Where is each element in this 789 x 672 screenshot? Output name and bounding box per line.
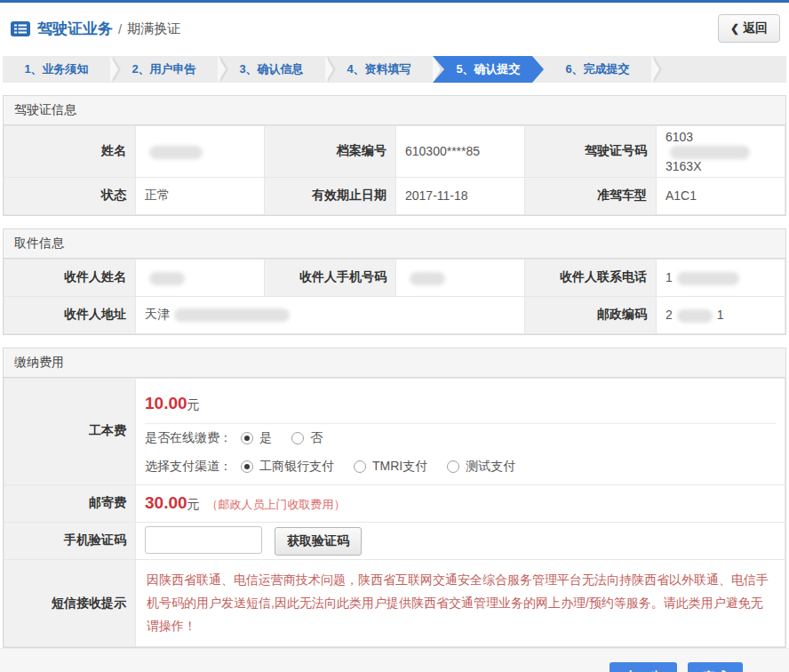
page-footer: 上一步 完成	[0, 648, 789, 672]
channel-test-label: 测试支付	[466, 459, 515, 475]
step-3-confirm-info[interactable]: 3、确认信息	[218, 56, 325, 83]
status-value: 正常	[136, 177, 265, 214]
pay-channel-question: 选择支付渠道：	[145, 459, 232, 475]
postage-cell: 30.00元 （邮政人员上门收取费用）	[136, 484, 785, 522]
payment-table: 工本费 10.00元 是否在线缴费： 是 否 选	[4, 378, 785, 648]
previous-step-button[interactable]: 上一步	[610, 662, 677, 672]
online-pay-no-option[interactable]: 否	[291, 430, 323, 446]
expiry-value: 2017-11-18	[396, 177, 525, 214]
step-4-fill-data[interactable]: 4、资料填写	[325, 56, 433, 83]
online-pay-question: 是否在线缴费：	[145, 430, 232, 446]
channel-tmri-option[interactable]: TMRI支付	[354, 459, 427, 475]
step-5-confirm-submit-active[interactable]: 5、确认提交	[433, 56, 544, 83]
name-value	[136, 126, 265, 178]
step-bar-filler	[651, 56, 786, 83]
recipient-tel-label: 收件人联系电话	[525, 259, 657, 296]
captcha-input[interactable]	[145, 526, 262, 554]
vehicle-class-value: A1C1	[657, 177, 785, 214]
redacted-mobile	[410, 272, 445, 285]
online-pay-no-label: 否	[310, 430, 323, 446]
license-list-icon	[11, 21, 30, 36]
radio-unchecked-icon[interactable]	[354, 460, 366, 473]
captcha-cell: 获取验证码	[136, 522, 785, 559]
radio-checked-icon[interactable]	[241, 432, 253, 444]
captcha-label: 手机验证码	[4, 522, 136, 559]
license-section-title: 驾驶证信息	[4, 96, 785, 125]
name-label: 姓名	[4, 126, 136, 178]
fee-amount: 10.00	[145, 394, 187, 412]
sms-notice-label: 短信接收提示	[4, 559, 136, 647]
recipient-address-label: 收件人地址	[4, 296, 136, 333]
recipient-mobile-value	[396, 259, 525, 296]
redacted-address	[174, 308, 290, 322]
postage-note: （邮政人员上门收取费用）	[206, 498, 345, 511]
postage-unit: 元	[187, 497, 200, 511]
license-no-value: 61033163X	[657, 126, 785, 178]
finish-button[interactable]: 完成	[688, 662, 743, 672]
table-row: 状态 正常 有效期止日期 2017-11-18 准驾车型 A1C1	[4, 177, 785, 214]
file-no-value: 610300****85	[396, 126, 525, 178]
pickup-section-title: 取件信息	[4, 229, 785, 259]
channel-icbc-option[interactable]: 工商银行支付	[241, 459, 334, 475]
redacted-license-no	[670, 146, 750, 159]
postcode-label: 邮政编码	[525, 296, 657, 333]
channel-icbc-label: 工商银行支付	[259, 459, 334, 475]
step-progress-bar: 1、业务须知 2、用户申告 3、确认信息 4、资料填写 5、确认提交 6、完成提…	[3, 56, 786, 83]
step-1-business-notice[interactable]: 1、业务须知	[3, 56, 110, 83]
back-button-label: 返回	[743, 20, 768, 36]
payment-section: 缴纳费用 工本费 10.00元 是否在线缴费： 是 否	[3, 348, 786, 649]
pickup-info-table: 收件人姓名 收件人手机号码 收件人联系电话 1 收件人地址 天津 邮政编码 21	[4, 259, 785, 334]
table-row: 短信接收提示 因陕西省联通、电信运营商技术问题，陕西省互联网交通安全综合服务管理…	[4, 559, 785, 647]
table-row: 邮寄费 30.00元 （邮政人员上门收取费用）	[4, 484, 785, 522]
radio-checked-icon[interactable]	[241, 460, 253, 473]
chevron-left-icon: ❮	[730, 22, 739, 35]
postcode-value: 21	[657, 296, 785, 333]
page-title: 驾驶证业务	[37, 19, 113, 39]
pickup-info-section: 取件信息 收件人姓名 收件人手机号码 收件人联系电话 1 收件人地址 天津 邮政…	[3, 228, 786, 335]
license-no-label: 驾驶证号码	[525, 126, 657, 178]
recipient-mobile-label: 收件人手机号码	[265, 259, 396, 296]
online-pay-yes-label: 是	[259, 430, 272, 446]
recipient-tel-value: 1	[657, 259, 785, 296]
file-no-label: 档案编号	[265, 126, 396, 178]
table-row: 工本费 10.00元 是否在线缴费： 是 否 选	[4, 378, 785, 484]
step-2-user-declaration[interactable]: 2、用户申告	[110, 56, 218, 83]
recipient-address-value: 天津	[136, 296, 525, 333]
fee-label: 工本费	[4, 378, 136, 484]
online-pay-question-row: 是否在线缴费： 是 否	[145, 424, 776, 452]
get-captcha-button[interactable]: 获取验证码	[275, 527, 362, 556]
license-info-section: 驾驶证信息 姓名 档案编号 610300****85 驾驶证号码 6103316…	[3, 95, 786, 216]
expiry-label: 有效期止日期	[265, 177, 396, 214]
channel-tmri-label: TMRI支付	[372, 459, 427, 475]
fee-unit: 元	[187, 397, 200, 412]
online-pay-yes-option[interactable]: 是	[241, 430, 272, 446]
payment-section-title: 缴纳费用	[4, 348, 785, 378]
redacted-tel	[677, 272, 739, 285]
breadcrumb-divider: /	[118, 21, 122, 36]
postage-label: 邮寄费	[4, 484, 136, 522]
recipient-name-label: 收件人姓名	[4, 259, 136, 296]
table-row: 手机验证码 获取验证码	[4, 522, 785, 559]
vehicle-class-label: 准驾车型	[525, 177, 657, 214]
fee-amount-line: 10.00元	[145, 382, 776, 424]
redacted-postcode	[677, 309, 713, 323]
radio-unchecked-icon[interactable]	[447, 460, 459, 473]
postage-amount: 30.00	[145, 493, 187, 512]
status-label: 状态	[4, 177, 136, 214]
license-info-table: 姓名 档案编号 610300****85 驾驶证号码 61033163X 状态 …	[4, 125, 785, 215]
fee-cell: 10.00元 是否在线缴费： 是 否 选择支付渠道：	[136, 378, 785, 484]
recipient-name-value	[136, 259, 265, 296]
table-row: 收件人地址 天津 邮政编码 21	[4, 296, 785, 333]
sms-notice-cell: 因陕西省联通、电信运营商技术问题，陕西省互联网交通安全综合服务管理平台无法向持陕…	[136, 559, 785, 647]
back-button[interactable]: ❮ 返回	[718, 14, 780, 43]
pay-channel-row: 选择支付渠道： 工商银行支付 TMRI支付 测试支付	[145, 452, 776, 481]
breadcrumb-current: 期满换证	[127, 20, 180, 37]
radio-unchecked-icon[interactable]	[291, 432, 304, 444]
step-6-complete-submit[interactable]: 6、完成提交	[544, 56, 651, 83]
redacted-recipient-name	[149, 272, 185, 285]
channel-test-option[interactable]: 测试支付	[447, 459, 515, 475]
redacted-name	[149, 146, 203, 159]
sms-notice-text: 因陕西省联通、电信运营商技术问题，陕西省互联网交通安全综合服务管理平台无法向持陕…	[145, 564, 776, 644]
table-row: 姓名 档案编号 610300****85 驾驶证号码 61033163X	[4, 126, 785, 178]
page-header: 驾驶证业务 / 期满换证 ❮ 返回	[0, 3, 789, 54]
